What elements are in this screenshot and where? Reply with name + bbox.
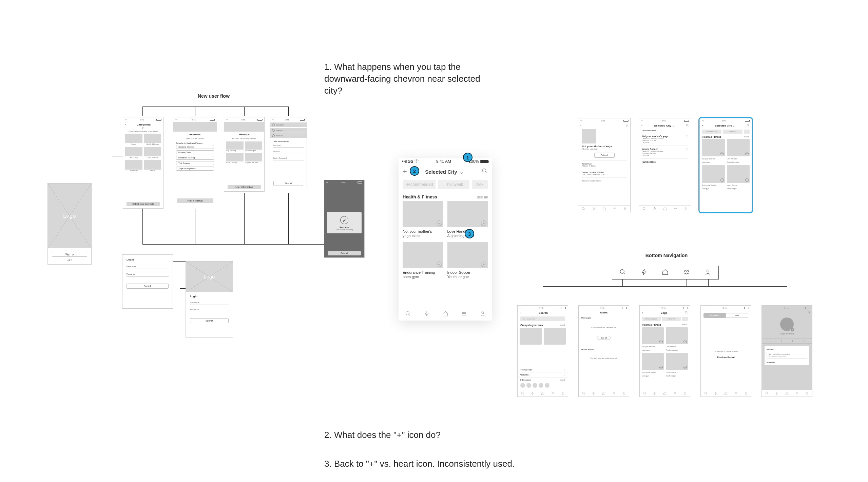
interest-pill[interactable]: Spinning Classes: [176, 145, 214, 149]
find-event-link[interactable]: Find an Event: [717, 356, 735, 359]
card[interactable]: +Not your mother'syoga class: [702, 139, 725, 163]
acc-row[interactable]: Meetups: [276, 135, 283, 137]
category-card[interactable]: Technology: [125, 147, 142, 158]
see-all-link[interactable]: see all: [477, 195, 488, 199]
back-icon[interactable]: ‹: [125, 123, 126, 126]
group-icon[interactable]: [461, 311, 467, 318]
plus-icon[interactable]: +: [642, 311, 643, 314]
tab[interactable]: Recommended: [702, 130, 721, 134]
heart-icon[interactable]: ♡: [686, 135, 688, 143]
search-icon[interactable]: [747, 124, 750, 128]
share-icon[interactable]: ⇪: [626, 124, 628, 127]
signup-button[interactable]: Sign Up: [52, 252, 87, 257]
meetups-cta[interactable]: User information: [228, 185, 261, 189]
svg-point-41: [807, 392, 808, 393]
bolt-icon[interactable]: [424, 311, 430, 318]
svg-point-40: [797, 392, 798, 393]
category-card[interactable]: Hospitality: [125, 160, 142, 172]
category-card[interactable]: Sports: [125, 134, 142, 145]
search-icon[interactable]: [405, 311, 411, 318]
login-username[interactable]: Username: [190, 300, 229, 305]
meetup-card[interactable]: Yoga for the soul: [245, 153, 263, 163]
interest-pill[interactable]: Yoga for Beginners: [176, 167, 214, 171]
svg-point-25: [582, 392, 584, 394]
heart-icon[interactable]: ♡: [686, 148, 688, 156]
plus-circle-icon[interactable]: +: [437, 262, 442, 267]
see-all-link[interactable]: see all: [560, 324, 565, 326]
home-icon[interactable]: [442, 311, 448, 318]
search-icon[interactable]: [619, 269, 626, 277]
plus-circle-icon[interactable]: +: [437, 220, 442, 226]
plus-badge-icon[interactable]: +: [790, 328, 794, 332]
feed-item-title[interactable]: Indoor Soccer: [642, 148, 663, 150]
svg-point-15: [747, 124, 749, 126]
svg-point-37: [746, 392, 747, 393]
plus-circle-icon[interactable]: +: [481, 220, 486, 226]
categories-cta[interactable]: Select your interests: [127, 202, 160, 206]
tab-next[interactable]: Nex: [472, 180, 488, 189]
userinfo-confirm[interactable]: Confirm Password: [273, 156, 304, 160]
search-icon[interactable]: [482, 168, 488, 175]
search-icon[interactable]: [686, 124, 689, 128]
card[interactable]: +Love HandlesA spinning class: [727, 139, 750, 163]
card[interactable]: +Indoor SoccerYouth league: [447, 242, 488, 279]
back-icon[interactable]: ‹: [520, 311, 521, 314]
plus-icon[interactable]: +: [641, 124, 643, 127]
card[interactable]: +Indoor SoccerYouth league: [727, 165, 750, 190]
interest-pill[interactable]: Marathon Training: [176, 156, 214, 160]
conn: [180, 261, 180, 288]
see-all-link[interactable]: see all: [744, 136, 749, 138]
interest-pill[interactable]: Trail Running: [176, 161, 214, 165]
acc-row[interactable]: Interests: [276, 129, 283, 131]
search-input[interactable]: Search City: [520, 316, 565, 321]
meetup-card[interactable]: City Spinning: [226, 141, 244, 152]
tab[interactable]: [744, 130, 750, 134]
user-icon[interactable]: [480, 311, 486, 318]
screen-feed: •••9:41 +Selected City ⌄ Recommended Not…: [639, 118, 691, 212]
card[interactable]: +Not your mother'syoga class: [403, 201, 443, 238]
tab[interactable]: This week: [723, 130, 742, 134]
gear-icon[interactable]: ⚙: [808, 311, 810, 314]
interest-pill[interactable]: Fitness Clubs: [176, 150, 214, 154]
group-icon[interactable]: [683, 269, 690, 277]
login-link[interactable]: Log In: [52, 259, 87, 261]
login-username[interactable]: Username: [127, 264, 169, 269]
seeall-button[interactable]: See all: [597, 336, 611, 340]
login-submit[interactable]: Submit: [190, 318, 229, 323]
category-card[interactable]: Music: [144, 160, 161, 172]
tab-past[interactable]: Past: [726, 313, 748, 318]
card[interactable]: +Endurance Trainingopen gym: [403, 242, 443, 279]
detail-submit[interactable]: Submit: [594, 153, 615, 158]
search-icon[interactable]: [685, 311, 688, 315]
login-password[interactable]: Password: [190, 307, 229, 312]
meetup-card[interactable]: Power weights: [245, 141, 263, 152]
category-card[interactable]: Urban Planning: [144, 147, 161, 158]
home-icon[interactable]: [662, 269, 669, 277]
plus-circle-icon[interactable]: +: [481, 262, 486, 267]
conn: [180, 288, 186, 289]
tab-thisweek[interactable]: This week: [438, 180, 469, 189]
acc-row[interactable]: Categories: [276, 124, 284, 126]
back-icon[interactable]: ‹: [580, 124, 581, 127]
plus-icon[interactable]: +: [403, 167, 407, 176]
interests-cta[interactable]: Find a Meetup: [177, 198, 213, 203]
tab-recommended[interactable]: Recommended: [403, 180, 436, 189]
tab-upcoming[interactable]: Upcoming: [703, 313, 726, 318]
meetup-card[interactable]: Rock Climbing: [226, 153, 244, 163]
card[interactable]: +Endurance Trainingopen gym: [702, 165, 725, 190]
success-submit[interactable]: Submit: [328, 251, 361, 255]
bolt-icon[interactable]: [641, 269, 648, 277]
feed-item-title[interactable]: Handle Bars: [642, 161, 688, 163]
userinfo-title: User Information: [270, 138, 307, 143]
userinfo-username[interactable]: Username: [273, 143, 304, 148]
user-icon[interactable]: [705, 269, 711, 277]
userinfo-submit[interactable]: Submit: [273, 181, 303, 186]
feed-item-title[interactable]: Not your mother's yoga: [642, 135, 668, 137]
category-card[interactable]: Health & Fitness: [144, 134, 161, 145]
login-submit[interactable]: Submit: [127, 284, 169, 289]
userinfo-password[interactable]: Password: [273, 150, 304, 154]
city-selector[interactable]: Selected City ⌄: [425, 169, 463, 175]
svg-point-9: [624, 208, 626, 209]
login-password[interactable]: Password: [127, 272, 169, 277]
plus-icon[interactable]: +: [702, 124, 703, 127]
